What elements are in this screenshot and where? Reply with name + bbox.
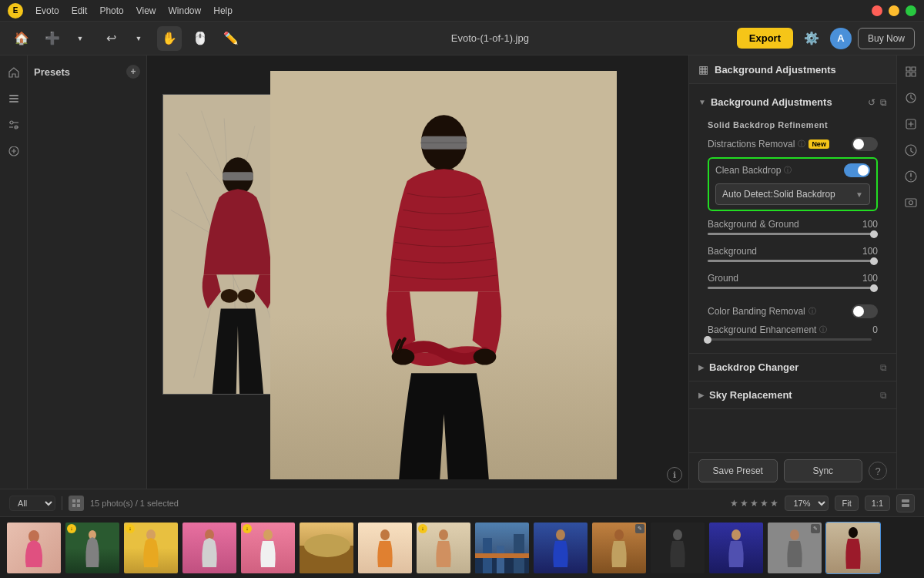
- solid-backdrop-dropdown[interactable]: Auto Detect:Solid Backdrop ▼: [715, 183, 870, 205]
- panel-icon-5[interactable]: [901, 166, 921, 187]
- panel-icon-3[interactable]: [901, 114, 921, 134]
- thumb-2[interactable]: ↓: [65, 522, 120, 574]
- bg-ground-row: Background & Ground 100: [708, 219, 878, 230]
- canvas-area[interactable]: ℹ: [147, 55, 688, 489]
- bg-enhancement-info-icon[interactable]: ⓘ: [819, 324, 827, 335]
- add-button[interactable]: ➕: [40, 26, 65, 51]
- window-close-button[interactable]: [872, 5, 882, 16]
- thumb-10[interactable]: [533, 522, 588, 574]
- save-preset-button[interactable]: Save Preset: [698, 459, 778, 482]
- section-header[interactable]: ▼ Background Adjustments ↺ ⧉: [698, 96, 887, 108]
- export-button[interactable]: Export: [737, 28, 793, 49]
- eraser-button[interactable]: 🖱️: [188, 26, 213, 51]
- menu-edit[interactable]: Edit: [72, 5, 88, 16]
- photo-info: 15 photo(s) / 1 selected: [90, 499, 724, 508]
- bg-ground-track[interactable]: [708, 233, 878, 235]
- svg-point-44: [380, 529, 390, 540]
- menu-view[interactable]: View: [136, 5, 156, 16]
- sidebar-adjustments-icon[interactable]: [3, 114, 25, 136]
- background-label: Background: [708, 246, 757, 257]
- bg-enhancement-track[interactable]: [708, 338, 872, 341]
- thumb-4[interactable]: [182, 522, 237, 574]
- fit-button[interactable]: Fit: [835, 496, 858, 511]
- panel-icon-2[interactable]: [901, 88, 921, 108]
- bg-enhancement-value: 0: [862, 324, 878, 335]
- sidebar-home-icon[interactable]: [3, 62, 25, 83]
- thumb-12[interactable]: [650, 522, 705, 574]
- star-4[interactable]: ★: [760, 498, 768, 509]
- thumb-7[interactable]: [357, 522, 413, 574]
- distractions-toggle[interactable]: [852, 137, 878, 151]
- canvas-info-icon[interactable]: ℹ: [667, 467, 682, 482]
- clean-backdrop-info-icon[interactable]: ⓘ: [784, 165, 792, 176]
- thumb-15[interactable]: [825, 522, 881, 574]
- undo-dropdown-button[interactable]: ▼: [126, 26, 151, 51]
- zoom-select[interactable]: 17%: [785, 496, 829, 511]
- panel-icon-6[interactable]: [901, 193, 921, 213]
- app-logo: E: [8, 3, 23, 18]
- thumb-8[interactable]: ↓: [416, 522, 471, 574]
- filmstrip-view-button[interactable]: [69, 496, 84, 511]
- bg-ground-fill: [708, 233, 878, 235]
- thumb-1[interactable]: [6, 522, 62, 574]
- color-banding-info-icon[interactable]: ⓘ: [808, 306, 816, 317]
- distractions-info-icon[interactable]: ⓘ: [798, 139, 805, 150]
- panel-icon-4[interactable]: [901, 140, 921, 160]
- panel-icon-1[interactable]: [901, 62, 921, 82]
- thumb-badge: ↓: [67, 524, 76, 533]
- ground-track[interactable]: [708, 287, 878, 289]
- hand-tool-button[interactable]: ✋: [157, 26, 182, 51]
- sync-button[interactable]: Sync: [784, 459, 863, 482]
- sky-replacement-section[interactable]: ▶ Sky Replacement ⧉: [689, 381, 896, 409]
- undo-button[interactable]: ↩: [99, 26, 123, 51]
- star-2[interactable]: ★: [740, 498, 748, 509]
- clean-backdrop-toggle[interactable]: [844, 163, 870, 177]
- star-1[interactable]: ★: [730, 498, 738, 509]
- add-dropdown-button[interactable]: ▼: [68, 26, 92, 51]
- brush-button[interactable]: ✏️: [219, 26, 243, 51]
- svg-point-28: [910, 179, 912, 180]
- svg-point-55: [790, 529, 799, 540]
- filter-select[interactable]: All: [9, 496, 55, 511]
- presets-add-icon[interactable]: +: [126, 65, 140, 79]
- ground-thumb[interactable]: [870, 284, 878, 292]
- window-minimize-button[interactable]: [889, 5, 899, 16]
- star-3[interactable]: ★: [750, 498, 758, 509]
- star-5[interactable]: ★: [770, 498, 778, 509]
- buy-now-button[interactable]: Buy Now: [858, 28, 915, 49]
- menu-evoto[interactable]: Evoto: [35, 5, 59, 16]
- backdrop-changer-section[interactable]: ▶ Backdrop Changer ⧉: [689, 354, 896, 381]
- window-maximize-button[interactable]: [906, 5, 916, 16]
- home-button[interactable]: 🏠: [9, 26, 34, 51]
- thumb-6[interactable]: [299, 522, 354, 574]
- menu-window[interactable]: Window: [169, 5, 202, 16]
- copy-icon[interactable]: ⧉: [880, 97, 887, 108]
- settings-button[interactable]: ⚙️: [799, 26, 824, 51]
- thumb-14[interactable]: ✎: [767, 522, 822, 574]
- filmstrip: ↓ ↓ ↓ ↓: [0, 516, 924, 578]
- sidebar-retouch-icon[interactable]: [3, 140, 25, 162]
- thumb-3[interactable]: ↓: [123, 522, 179, 574]
- ratio-button[interactable]: 1:1: [865, 496, 890, 511]
- thumb-9[interactable]: [474, 522, 530, 574]
- grid-view-button[interactable]: [896, 494, 915, 512]
- svg-point-43: [304, 534, 350, 557]
- color-banding-toggle[interactable]: [852, 304, 878, 318]
- reset-icon[interactable]: ↺: [868, 97, 875, 108]
- panel-header-icon: ▦: [698, 63, 708, 76]
- background-track[interactable]: [708, 260, 878, 262]
- bg-enhancement-thumb[interactable]: [704, 336, 711, 344]
- thumb-5[interactable]: ↓: [240, 522, 296, 574]
- bg-enhancement-slider-row: [708, 338, 878, 341]
- background-thumb[interactable]: [870, 257, 878, 265]
- sidebar-presets-icon[interactable]: [3, 88, 25, 109]
- thumb-11[interactable]: ✎: [591, 522, 647, 574]
- bg-ground-thumb[interactable]: [870, 230, 878, 238]
- menu-photo[interactable]: Photo: [99, 5, 123, 16]
- avatar: A: [830, 28, 852, 49]
- menu-help[interactable]: Help: [213, 5, 233, 16]
- help-icon[interactable]: ?: [869, 462, 887, 480]
- thumb-13[interactable]: [708, 522, 764, 574]
- svg-rect-36: [902, 504, 909, 507]
- svg-point-51: [556, 529, 565, 540]
